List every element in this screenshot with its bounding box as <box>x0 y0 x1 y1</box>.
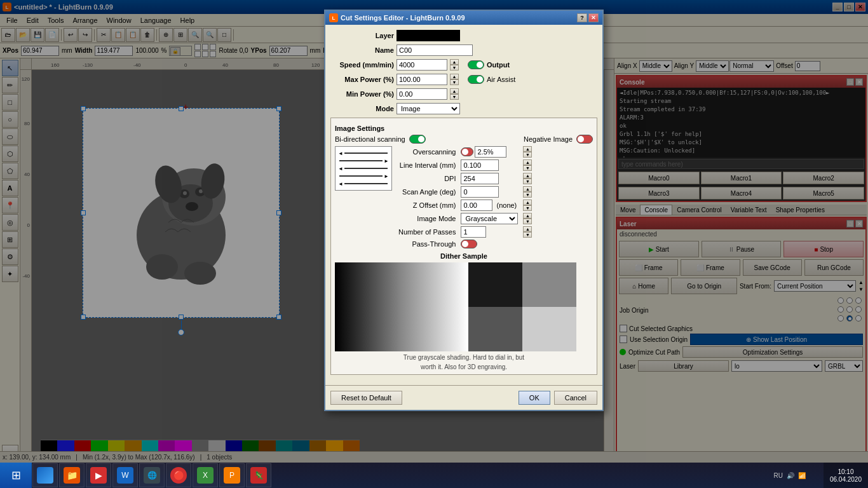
cancel-btn[interactable]: Cancel <box>554 391 597 405</box>
clock-date: 06.04.2020 <box>830 476 862 483</box>
max-power-label: Max Power (%) <box>330 76 394 83</box>
dither-caption1: True grayscale shading. Hard to dial in,… <box>335 354 593 361</box>
scan-angle-down[interactable]: ▼ <box>523 192 532 198</box>
dialog-close-btn[interactable]: ✕ <box>588 13 599 22</box>
image-settings-box: Image Settings Bi-directional scanning N… <box>330 118 597 375</box>
line-interval-label: Line Interval (mm) <box>398 161 456 169</box>
mode-row: Mode Image <box>330 103 597 114</box>
taskbar-item-6[interactable]: 🔴 <box>166 463 191 487</box>
dpi-spinner: ▲ ▼ <box>523 173 532 184</box>
num-passes-up[interactable]: ▲ <box>523 226 532 232</box>
dither-title: Dither Sample <box>335 252 593 260</box>
bidirectional-label: Bi-directional scanning <box>335 135 405 143</box>
dither-gradient <box>335 262 468 351</box>
speed-up[interactable]: ▲ <box>450 59 459 65</box>
pass-through-label: Pass-Through <box>398 240 456 248</box>
taskbar-item-8[interactable]: P <box>219 463 245 487</box>
z-offset-up[interactable]: ▲ <box>523 200 532 205</box>
taskbar-item-1[interactable] <box>32 463 58 487</box>
dpi-down[interactable]: ▼ <box>523 179 532 184</box>
layer-color-box[interactable] <box>397 30 460 41</box>
num-passes-down[interactable]: ▼ <box>523 232 532 238</box>
dialog-footer: Reset to Default OK Cancel <box>325 385 602 410</box>
min-power-up[interactable]: ▲ <box>450 88 459 94</box>
overscanning-label: Overscanning <box>398 148 456 156</box>
overscanning-toggle[interactable] <box>461 147 473 156</box>
dialog-help-btn[interactable]: ? <box>577 13 587 22</box>
name-input[interactable] <box>397 44 473 56</box>
speed-down[interactable]: ▼ <box>450 65 459 71</box>
z-offset-spinner: ▲ ▼ <box>523 200 532 211</box>
negative-toggle[interactable] <box>576 135 593 144</box>
scan-options-row: Bi-directional scanning Negative Image <box>335 135 593 144</box>
overscanning-input[interactable] <box>475 146 506 158</box>
dither-q1 <box>468 262 522 307</box>
dialog-title-text: Cut Settings Editor - LightBurn 0.9.09 <box>341 14 465 22</box>
scan-angle-up[interactable]: ▲ <box>523 186 532 192</box>
dialog-icon: L <box>329 13 338 22</box>
dither-halftone <box>468 262 576 351</box>
layer-row: Layer <box>330 30 597 41</box>
dither-q3 <box>468 307 522 351</box>
min-power-label: Min Power (%) <box>330 90 394 98</box>
dither-caption2: worth it. Also for 3D engraving. <box>335 363 593 370</box>
scan-arrow-l1: ◄ <box>338 151 343 156</box>
scan-preview: ◄ ► ◄ ► <box>335 146 392 191</box>
line-interval-up[interactable]: ▲ <box>523 159 532 165</box>
num-passes-label: Number of Passes <box>398 228 456 236</box>
air-assist-toggle[interactable] <box>468 75 484 84</box>
dither-section: Dither Sample True grayscale shading. Ha… <box>335 252 593 370</box>
image-mode-up[interactable]: ▲ <box>523 213 532 219</box>
name-row: Name <box>330 44 597 56</box>
z-offset-input[interactable] <box>461 200 492 211</box>
name-label: Name <box>330 46 394 54</box>
pass-through-toggle[interactable] <box>461 240 477 248</box>
bidirectional-toggle[interactable] <box>409 135 426 144</box>
num-passes-spinner: ▲ ▼ <box>523 226 532 238</box>
mode-select[interactable]: Image <box>397 103 460 114</box>
taskbar-item-4[interactable]: W <box>112 463 138 487</box>
mode-label: Mode <box>330 105 394 112</box>
start-button[interactable]: ⊞ <box>0 463 32 488</box>
taskbar-item-5[interactable]: 🌐 <box>139 463 165 487</box>
taskbar-item-7[interactable]: X <box>193 463 218 487</box>
max-power-input[interactable] <box>397 74 447 85</box>
z-offset-extra: (none) <box>496 201 517 209</box>
scan-fields-area: ◄ ► ◄ ► <box>335 146 593 248</box>
min-power-down[interactable]: ▼ <box>450 94 459 100</box>
overscanning-up[interactable]: ▲ <box>523 146 532 152</box>
output-toggle[interactable] <box>468 60 484 69</box>
speed-row: Speed (mm/min) ▲ ▼ Output <box>330 59 597 71</box>
taskbar-clock: 10:10 06.04.2020 <box>824 463 868 488</box>
line-interval-input[interactable] <box>461 159 499 171</box>
line-interval-down[interactable]: ▼ <box>523 165 532 171</box>
max-power-up[interactable]: ▲ <box>450 74 459 79</box>
taskbar: ⊞ 📁 ▶ W 🌐 🔴 X P 🦎 RU 🔊 📶 <box>0 463 868 488</box>
num-passes-input[interactable] <box>461 226 486 238</box>
max-power-down[interactable]: ▼ <box>450 79 459 85</box>
image-mode-down[interactable]: ▼ <box>523 219 532 224</box>
image-mode-select[interactable]: Grayscale <box>461 213 518 224</box>
taskbar-items: 📁 ▶ W 🌐 🔴 X P 🦎 <box>32 463 272 488</box>
max-power-spinner: ▲ ▼ <box>450 74 459 85</box>
speed-input[interactable] <box>397 59 447 71</box>
dpi-input[interactable] <box>461 173 499 184</box>
line-interval-spinner: ▲ ▼ <box>523 159 532 171</box>
dialog-title-btns: ? ✕ <box>577 13 599 22</box>
dpi-up[interactable]: ▲ <box>523 173 532 179</box>
layer-label: Layer <box>330 32 394 39</box>
air-assist-section: Air Assist <box>468 75 515 84</box>
taskbar-item-2[interactable]: 📁 <box>59 463 85 487</box>
ok-btn[interactable]: OK <box>519 391 550 405</box>
taskbar-item-9[interactable]: 🦎 <box>246 463 271 487</box>
speed-spinner: ▲ ▼ <box>450 59 459 71</box>
modal-overlay: L Cut Settings Editor - LightBurn 0.9.09… <box>0 0 868 488</box>
output-label: Output <box>487 61 510 69</box>
min-power-input[interactable] <box>397 88 447 100</box>
scan-angle-input[interactable] <box>461 186 499 198</box>
taskbar-item-3[interactable]: ▶ <box>86 463 111 487</box>
z-offset-down[interactable]: ▼ <box>523 205 532 211</box>
reset-btn[interactable]: Reset to Default <box>330 391 402 405</box>
overscanning-down[interactable]: ▼ <box>523 152 532 158</box>
min-power-row: Min Power (%) ▲ ▼ <box>330 88 597 100</box>
